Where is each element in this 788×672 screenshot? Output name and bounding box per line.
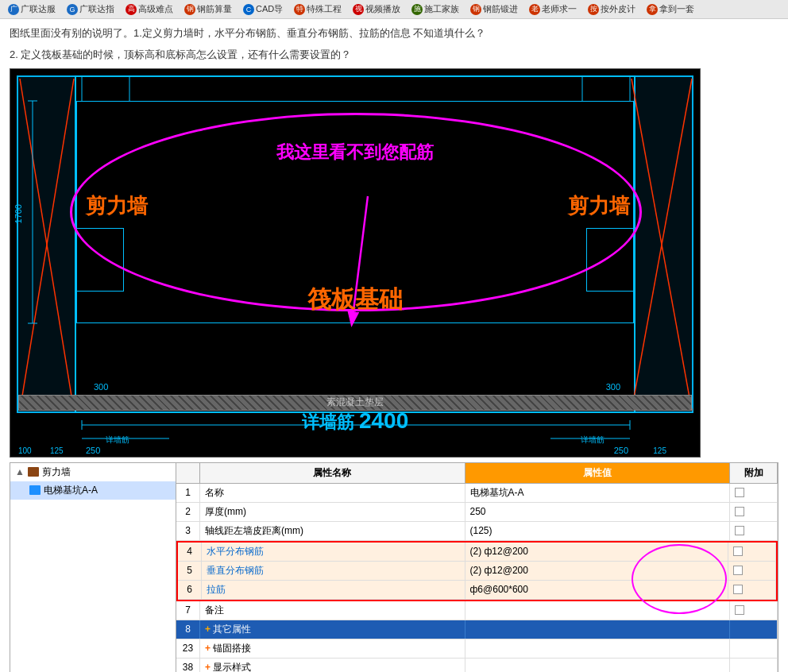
cad-dim-250-right: 250 [614, 446, 628, 455]
nav-laoshi[interactable]: 老 老师求一 [524, 0, 581, 18]
nav-guangliandazhi[interactable]: G 广联达指 [62, 0, 119, 18]
props-cell-name-38: + 显示样式 [200, 658, 465, 672]
nav-icon-3: 高 [126, 4, 137, 15]
props-row-5[interactable]: 5 垂直分布钢筋 (2) ф12@200 [178, 562, 776, 581]
props-label-8: 其它属性 [213, 623, 251, 636]
props-cell-name-5: 垂直分布钢筋 [202, 562, 465, 580]
tree-item-shear-wall[interactable]: ▲ 剪力墙 [10, 463, 176, 481]
tree-item-elevator[interactable]: 电梯基坑A-A [10, 481, 176, 500]
props-label-38: 显示样式 [213, 661, 251, 672]
cad-dim-300-left: 300 [94, 382, 108, 392]
props-cell-value-4: (2) ф12@200 [465, 543, 729, 561]
nav-label-1: 广联达服 [21, 3, 56, 15]
props-cell-value-7 [465, 601, 731, 620]
props-row-3[interactable]: 3 轴线距左墙皮距离(mm) (125) [176, 522, 778, 541]
tree-folder-icon [28, 467, 39, 477]
props-cell-num-4: 4 [178, 543, 202, 561]
cad-dim-detail-right: 详墙筋 [581, 434, 605, 446]
tree-label-elevator: 电梯基坑A-A [44, 484, 98, 497]
nav-label-11: 按外皮计 [601, 3, 635, 15]
props-panel-1: 属性名称 属性值 附加 1 名称 电梯基坑A-A 2 厚度(mm) 250 3 [176, 462, 778, 672]
props-col-add: 附加 [730, 463, 778, 483]
props-row-1[interactable]: 1 名称 电梯基坑A-A [176, 484, 778, 503]
props-header-1: 属性名称 属性值 附加 [176, 463, 778, 484]
cad-shear-left [17, 75, 76, 413]
props-cell-value-5: (2) ф12@200 [465, 562, 729, 580]
props-cell-add-1 [730, 484, 778, 502]
props-cell-value-3: (125) [465, 522, 731, 540]
props-cell-value-8 [465, 620, 731, 639]
nav-anwai[interactable]: 按 按外皮计 [583, 0, 640, 18]
checkbox-4[interactable] [733, 546, 743, 556]
props-cell-name-7: 备注 [200, 601, 465, 620]
cad-dim-125-right: 125 [653, 446, 666, 455]
cad-dim-250-left: 250 [86, 446, 100, 455]
props-cell-name-23: + 锚固搭接 [200, 639, 465, 658]
props-cell-add-8 [730, 620, 778, 639]
props-row-38[interactable]: 38 + 显示样式 [176, 658, 778, 672]
nav-gangjin[interactable]: 钢 钢筋算量 [180, 0, 237, 18]
plus-icon-23: + [205, 643, 211, 654]
plus-icon-38: + [205, 662, 211, 672]
props-row-7[interactable]: 7 备注 [176, 601, 778, 620]
nav-video[interactable]: 视 视频播放 [348, 0, 405, 18]
nav-label-9: 钢筋锻进 [483, 3, 518, 15]
props-row-2[interactable]: 2 厚度(mm) 250 [176, 503, 778, 522]
nav-na[interactable]: 拿 拿到一套 [642, 0, 699, 18]
nav-icon-1: 广 [8, 4, 19, 15]
nav-guanglianda[interactable]: 广 广联达服 [3, 0, 60, 18]
props-cell-add-5 [728, 562, 776, 580]
props-cell-add-38 [730, 658, 778, 672]
props-cell-name-6: 拉筋 [202, 581, 465, 599]
props-label-23: 锚固搭接 [213, 642, 251, 655]
checkbox-5[interactable] [733, 566, 743, 575]
props-row-8[interactable]: 8 + 其它属性 [176, 620, 778, 639]
props-cell-add-6 [728, 581, 776, 599]
checkbox-2[interactable] [735, 507, 744, 516]
props-cell-num-6: 6 [178, 581, 202, 599]
content-area: 图纸里面没有别的说明了。1.定义剪力墙时，水平分布钢筋、垂直分布钢筋、拉筋的信息… [0, 19, 788, 672]
checkbox-3[interactable] [735, 526, 744, 535]
nav-label-8: 施工家族 [424, 3, 459, 15]
top-navigation: 广 广联达服 G 广联达指 高 高级难点 钢 钢筋算量 C CAD导 特 特殊工… [0, 0, 788, 19]
cad-dim-1700: 1700 [14, 204, 23, 223]
props-cell-name-1: 名称 [200, 484, 465, 502]
props-row-4[interactable]: 4 水平分布钢筋 (2) ф12@200 [178, 543, 776, 562]
nav-teshu[interactable]: 特 特殊工程 [289, 0, 346, 18]
nav-label-10: 老师求一 [542, 3, 577, 15]
bottom-panel: ▲ 剪力墙 电梯基坑A-A 属性名称 属性值 附加 1 名称 电梯基坑A [10, 462, 778, 672]
plus-icon-8: + [205, 624, 211, 635]
props-cell-value-6: ф6@600*600 [465, 581, 729, 599]
checkbox-1[interactable] [735, 488, 744, 497]
props-row-6[interactable]: 6 拉筋 ф6@600*600 [178, 581, 776, 600]
nav-gaoji[interactable]: 高 高级难点 [121, 0, 178, 18]
props-row-23[interactable]: 23 + 锚固搭接 [176, 639, 778, 658]
red-outline-group: 4 水平分布钢筋 (2) ф12@200 5 垂直分布钢筋 (2) ф12@20… [176, 541, 778, 601]
question-2: 2. 定义筏板基础的时候，顶标高和底标高怎么设置，还有什么需要设置的？ [10, 47, 778, 64]
cad-shear-right [634, 75, 693, 413]
props-cell-num-38: 38 [176, 658, 200, 672]
nav-icon-7: 视 [353, 4, 364, 15]
question-1: 图纸里面没有别的说明了。1.定义剪力墙时，水平分布钢筋、垂直分布钢筋、拉筋的信息… [10, 25, 778, 42]
props-cell-name-4: 水平分布钢筋 [202, 543, 465, 561]
nav-cad[interactable]: C CAD导 [238, 0, 288, 18]
checkbox-6[interactable] [733, 585, 743, 594]
nav-icon-10: 老 [529, 4, 540, 15]
nav-icon-9: 钢 [470, 4, 481, 15]
props-cell-num-3: 3 [176, 522, 200, 540]
nav-label-12: 拿到一套 [659, 3, 694, 15]
props-cell-num-5: 5 [178, 562, 202, 580]
props-cell-num-8: 8 [176, 620, 200, 639]
nav-label-3: 高级难点 [138, 3, 173, 15]
nav-label-5: CAD导 [256, 3, 283, 15]
nav-label-7: 视频播放 [365, 3, 400, 15]
props-cell-num-1: 1 [176, 484, 200, 502]
props-col-value: 属性值 [465, 463, 731, 483]
cad-label-shear-left: 剪力墙 [86, 192, 148, 220]
tree-label-shear: 剪力墙 [42, 465, 71, 479]
nav-gangjinjin[interactable]: 钢 钢筋锻进 [465, 0, 523, 18]
nav-icon-2: G [67, 4, 78, 15]
nav-shigong[interactable]: 施 施工家族 [407, 0, 464, 18]
checkbox-7[interactable] [735, 605, 744, 615]
props-cell-value-1: 电梯基坑A-A [465, 484, 731, 502]
